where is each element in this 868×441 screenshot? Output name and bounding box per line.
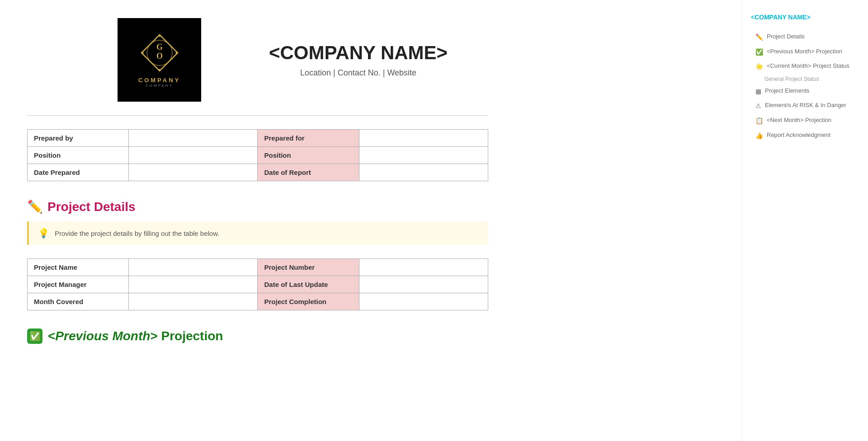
header-section: G O COMPANY COMPANY <COMPANY NAME> Locat… (27, 9, 488, 111)
prepared-by-label: Prepared by (28, 130, 129, 147)
prev-month-em: Previous Month (55, 329, 150, 343)
sidebar-sub-general-status[interactable]: General Project Status (751, 74, 859, 84)
position-left-label: Position (28, 147, 129, 164)
position-left-value[interactable] (129, 147, 258, 164)
project-details-title: Project Details (47, 200, 136, 214)
svg-point-5 (175, 52, 178, 54)
logo-subtext: COMPANY (146, 84, 173, 88)
prepared-by-value[interactable] (129, 130, 258, 147)
sidebar-label-project-elements: Project Elements (765, 87, 809, 95)
date-prepared-value[interactable] (129, 164, 258, 181)
month-covered-value[interactable] (129, 293, 258, 310)
prev-month-icon: ✅ (27, 328, 42, 344)
sidebar-label-prev-month: <Previous Month> Projection (767, 47, 842, 56)
sidebar-item-risk-danger[interactable]: ⚠ Element/s At RISK & In Danger (751, 99, 859, 113)
project-completion-label: Project Completion (258, 293, 359, 310)
sidebar-item-prev-month[interactable]: ✅ <Previous Month> Projection (751, 45, 859, 60)
project-details-header: ✏️ Project Details (27, 199, 488, 214)
date-last-update-value[interactable] (359, 276, 488, 293)
sidebar-icon-current-month: 🌟 (755, 62, 763, 71)
svg-text:O: O (156, 52, 162, 61)
sidebar-label-next-month: <Next Month> Projection (767, 116, 831, 124)
project-number-label: Project Number (258, 259, 359, 276)
project-name-label: Project Name (28, 259, 129, 276)
sidebar-item-next-month[interactable]: 📋 <Next Month> Projection (751, 113, 859, 128)
date-of-report-value[interactable] (359, 164, 488, 181)
prev-month-title: <Previous Month> Projection (48, 329, 223, 343)
prev-month-header: ✅ <Previous Month> Projection (27, 328, 488, 344)
hint-text: Provide the project details by filling o… (55, 230, 219, 237)
date-of-report-label: Date of Report (258, 164, 359, 181)
project-completion-value[interactable] (359, 293, 488, 310)
header-divider (27, 115, 488, 116)
sidebar-icon-prev-month: ✅ (755, 48, 763, 57)
sidebar-label-project-details: Project Details (767, 33, 805, 41)
company-logo: G O COMPANY COMPANY (118, 18, 201, 102)
header-title-section: <COMPANY NAME> Location | Contact No. | … (228, 42, 488, 78)
company-subtitle: Location | Contact No. | Website (228, 68, 488, 78)
info-table: Prepared by Prepared for Position Positi… (27, 129, 488, 181)
main-content: G O COMPANY COMPANY <COMPANY NAME> Locat… (0, 0, 515, 441)
svg-text:G: G (156, 42, 162, 52)
company-name-title: <COMPANY NAME> (228, 42, 488, 64)
sidebar-label-risk-danger: Element/s At RISK & In Danger (765, 101, 846, 109)
sidebar: <COMPANY NAME> ✏️ Project Details ✅ <Pre… (741, 0, 868, 441)
sidebar-label-report-ack: Report Acknowledgment (767, 131, 830, 139)
sidebar-icon-report-ack: 👍 (755, 131, 763, 141)
position-right-label: Position (258, 147, 359, 164)
hint-box: 💡 Provide the project details by filling… (27, 221, 488, 245)
project-name-value[interactable] (129, 259, 258, 276)
sidebar-label-general-status: General Project Status (764, 76, 819, 82)
sidebar-item-report-ack[interactable]: 👍 Report Acknowledgment (751, 128, 859, 143)
project-number-value[interactable] (359, 259, 488, 276)
hint-icon: 💡 (38, 228, 49, 239)
month-covered-label: Month Covered (28, 293, 129, 310)
sidebar-icon-project-elements: ▦ (755, 87, 761, 96)
prepared-for-value[interactable] (359, 130, 488, 147)
project-manager-value[interactable] (129, 276, 258, 293)
logo-text: COMPANY (138, 77, 180, 84)
sidebar-item-project-elements[interactable]: ▦ Project Elements (751, 84, 859, 99)
project-details-table: Project Name Project Number Project Mana… (27, 258, 488, 310)
svg-point-6 (158, 69, 160, 71)
prepared-for-label: Prepared for (258, 130, 359, 147)
sidebar-icon-next-month: 📋 (755, 117, 763, 126)
svg-point-7 (141, 52, 143, 54)
sidebar-item-current-month[interactable]: 🌟 <Current Month> Project Status (751, 59, 859, 74)
date-prepared-label: Date Prepared (28, 164, 129, 181)
date-last-update-label: Date of Last Update (258, 276, 359, 293)
sidebar-company-name[interactable]: <COMPANY NAME> (751, 14, 859, 21)
position-right-value[interactable] (359, 147, 488, 164)
sidebar-icon-project-details: ✏️ (755, 33, 763, 42)
sidebar-item-project-details[interactable]: ✏️ Project Details (751, 30, 859, 45)
project-details-icon: ✏️ (27, 199, 43, 214)
sidebar-label-current-month: <Current Month> Project Status (767, 62, 849, 70)
project-manager-label: Project Manager (28, 276, 129, 293)
logo-diamond: G O (139, 33, 180, 73)
svg-point-4 (158, 34, 160, 37)
sidebar-icon-risk-danger: ⚠ (755, 102, 761, 111)
